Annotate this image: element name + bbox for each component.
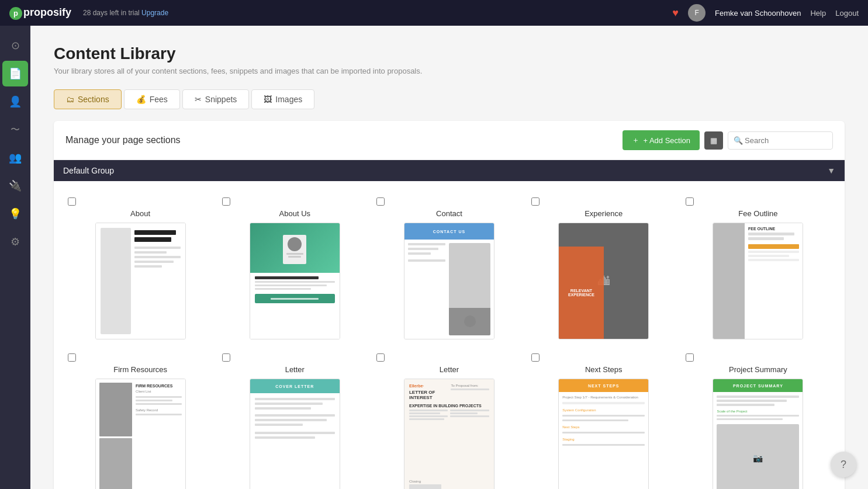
grid-icon: ▦ (710, 136, 717, 145)
settings-icon: ⚙ (11, 235, 20, 248)
snippets-tab-label: Snippets (205, 95, 237, 104)
list-item[interactable]: Next Steps NEXT STEPS Project Step 1/7 -… (527, 346, 681, 489)
card-title: Experience (585, 209, 623, 218)
search-input[interactable] (728, 131, 833, 150)
sidebar-item-dashboard[interactable]: ⊙ (2, 33, 28, 58)
chevron-down-icon: ▼ (827, 166, 835, 175)
dashboard-icon: ⊙ (11, 39, 20, 52)
grid-view-button[interactable]: ▦ (704, 131, 723, 150)
sidebar-item-documents[interactable]: 📄 (2, 61, 28, 86)
list-item[interactable]: Project Summary PROJECT SUMMARY Scale of… (681, 346, 835, 489)
app-body: ⊙ 📄 👤 〜 👥 🔌 💡 ⚙ Content Library Your lib… (0, 26, 868, 489)
list-item[interactable]: Firm Resources FIRM RESOURCES Client Lis… (63, 346, 217, 489)
analytics-icon: 〜 (11, 124, 20, 136)
group-header[interactable]: Default Group ▼ (54, 160, 845, 181)
integrations-icon: 🔌 (9, 179, 22, 192)
card-checkbox-firm-resources[interactable] (68, 353, 76, 362)
card-checkbox-next-steps[interactable] (531, 353, 540, 362)
card-title: Contact (436, 209, 462, 218)
card-thumbnail: NEXT STEPS Project Step 1/7 - Requiremen… (558, 379, 649, 489)
search-icon: 🔍 (734, 136, 743, 145)
card-title: Firm Resources (113, 365, 167, 374)
nav-right: ♥ F Femke van Schoonhoven Help Logout (672, 4, 859, 22)
card-thumbnail (95, 223, 186, 339)
card-thumbnail: Ellerbe· LETTER OFINTEREST To Proposal f… (404, 379, 494, 489)
card-title: About Us (279, 209, 310, 218)
card-title: Next Steps (585, 365, 623, 374)
sidebar-item-inspiration[interactable]: 💡 (2, 201, 28, 227)
list-item[interactable]: About Us (217, 190, 372, 346)
card-checkbox-contact[interactable] (376, 197, 385, 206)
card-title: Letter (285, 365, 305, 374)
fees-tab-icon: 💰 (136, 95, 146, 104)
tab-snippets[interactable]: ✂ Snippets (182, 89, 249, 109)
list-item[interactable]: Fee Outline FEE OUTLINE (681, 190, 835, 346)
card-thumbnail: FEE OUTLINE (713, 223, 803, 339)
help-link[interactable]: Help (810, 9, 826, 18)
tab-images[interactable]: 🖼 Images (251, 89, 314, 109)
card-thumbnail: 🏙 RELEVANT EXPERIENCE (558, 223, 649, 339)
top-nav: pproposify 28 days left in trial Upgrade… (0, 0, 868, 26)
card-thumbnail: FIRM RESOURCES Client List Safety Record (95, 379, 186, 489)
card-checkbox-about-us[interactable] (222, 197, 230, 206)
list-item[interactable]: Contact CONTACT US (372, 190, 526, 346)
card-checkbox-letter2[interactable] (376, 353, 385, 362)
logo: pproposify (9, 6, 71, 20)
panel-title: Manage your page sections (65, 135, 181, 145)
images-tab-icon: 🖼 (264, 95, 272, 104)
fees-tab-label: Fees (150, 95, 168, 104)
card-title: Project Summary (729, 365, 787, 374)
card-thumbnail: CONTACT US (404, 223, 494, 339)
heart-icon: ♥ (672, 7, 679, 19)
page-subtitle: Your library stores all of your content … (54, 67, 845, 75)
sidebar-item-analytics[interactable]: 〜 (2, 117, 28, 143)
sidebar-item-team[interactable]: 👥 (2, 145, 28, 171)
help-widget[interactable]: ? (831, 452, 856, 477)
avatar: F (688, 4, 706, 22)
panel-actions: ＋ + Add Section ▦ 🔍 (623, 130, 833, 150)
plus-icon: ＋ (632, 135, 639, 145)
cards-grid: About (54, 181, 845, 489)
main-content: Content Library Your library stores all … (30, 26, 868, 489)
contacts-icon: 👤 (9, 95, 22, 108)
list-item[interactable]: Letter COVER LETTER (217, 346, 372, 489)
page-title: Content Library (54, 44, 845, 63)
upgrade-link[interactable]: Upgrade (141, 9, 168, 17)
logo-icon: p (9, 7, 22, 20)
card-thumbnail (250, 223, 340, 339)
card-checkbox-letter[interactable] (222, 353, 230, 362)
card-title: About (130, 209, 150, 218)
sections-tab-label: Sections (78, 95, 109, 104)
card-checkbox-experience[interactable] (531, 197, 540, 206)
list-item[interactable]: About (63, 190, 217, 346)
help-icon: ? (841, 459, 846, 471)
card-checkbox-fee-outline[interactable] (686, 197, 694, 206)
list-item[interactable]: Experience 🏙 RELEVANT EXPERIENCE (527, 190, 681, 346)
add-section-button[interactable]: ＋ + Add Section (623, 130, 700, 150)
tab-sections[interactable]: 🗂 Sections (54, 89, 122, 109)
card-thumbnail: COVER LETTER (250, 379, 340, 489)
tabs: 🗂 Sections 💰 Fees ✂ Snippets 🖼 Images (54, 89, 845, 109)
documents-icon: 📄 (9, 67, 22, 80)
group-name: Default Group (63, 166, 114, 175)
team-icon: 👥 (9, 151, 22, 164)
search-wrapper: 🔍 (728, 131, 833, 150)
sidebar-item-integrations[interactable]: 🔌 (2, 173, 28, 199)
sidebar-item-contacts[interactable]: 👤 (2, 89, 28, 115)
images-tab-label: Images (275, 95, 302, 104)
trial-text: 28 days left in trial Upgrade (83, 9, 168, 17)
snippets-tab-icon: ✂ (195, 95, 202, 104)
card-checkbox-about[interactable] (68, 197, 76, 206)
sidebar-item-settings[interactable]: ⚙ (2, 229, 28, 255)
inspiration-icon: 💡 (9, 207, 22, 220)
sections-panel: Manage your page sections ＋ + Add Sectio… (54, 121, 845, 489)
logout-link[interactable]: Logout (835, 9, 859, 18)
card-checkbox-project-summary[interactable] (686, 353, 694, 362)
tab-fees[interactable]: 💰 Fees (124, 89, 180, 109)
card-title: Letter (440, 365, 459, 374)
sections-tab-icon: 🗂 (66, 95, 74, 104)
sidebar: ⊙ 📄 👤 〜 👥 🔌 💡 ⚙ (0, 26, 30, 489)
list-item[interactable]: Letter Ellerbe· LETTER OFINTEREST To Pro… (372, 346, 526, 489)
card-title: Fee Outline (738, 209, 777, 218)
add-section-label: + Add Section (643, 136, 690, 145)
